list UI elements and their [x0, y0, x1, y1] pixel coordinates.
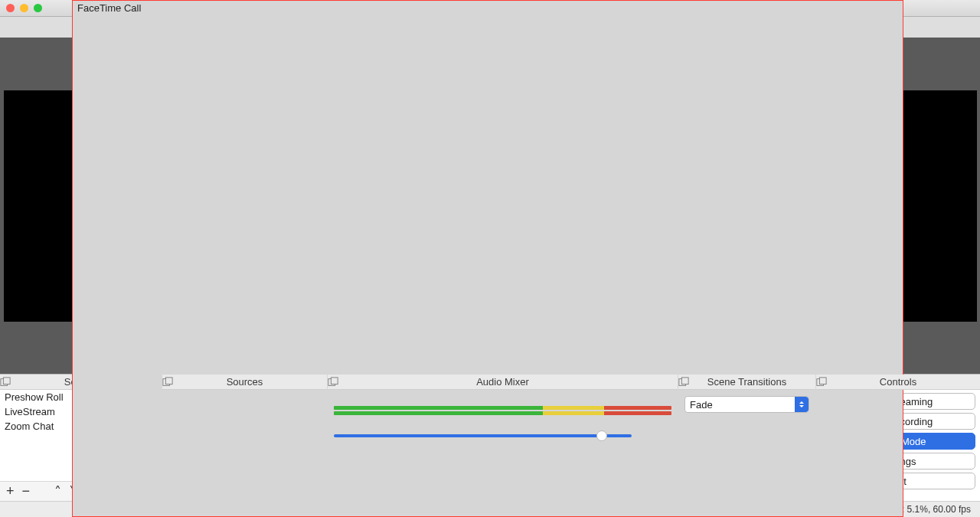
audio-meter: [334, 406, 671, 410]
mixer-title: Audio Mixer: [328, 376, 678, 388]
transitions-title: Scene Transitions: [678, 376, 815, 388]
add-icon[interactable]: +: [6, 483, 15, 499]
audio-meter: [334, 411, 671, 415]
transition-select[interactable]: Fade: [684, 396, 809, 413]
docks: Scenes Preshow RollLiveStreamZoom ChatFa…: [0, 374, 980, 501]
move-up-icon[interactable]: ˄: [54, 483, 61, 500]
scenes-dock: Scenes Preshow RollLiveStreamZoom ChatFa…: [0, 375, 162, 501]
scene-item[interactable]: FaceTime Call: [72, 390, 162, 481]
volume-slider[interactable]: [334, 434, 632, 437]
scenes-list[interactable]: Preshow RollLiveStreamZoom ChatFaceTime …: [0, 390, 162, 481]
sources-title: Sources: [162, 376, 327, 388]
remove-icon[interactable]: −: [22, 483, 31, 499]
controls-title: Controls: [816, 376, 980, 388]
